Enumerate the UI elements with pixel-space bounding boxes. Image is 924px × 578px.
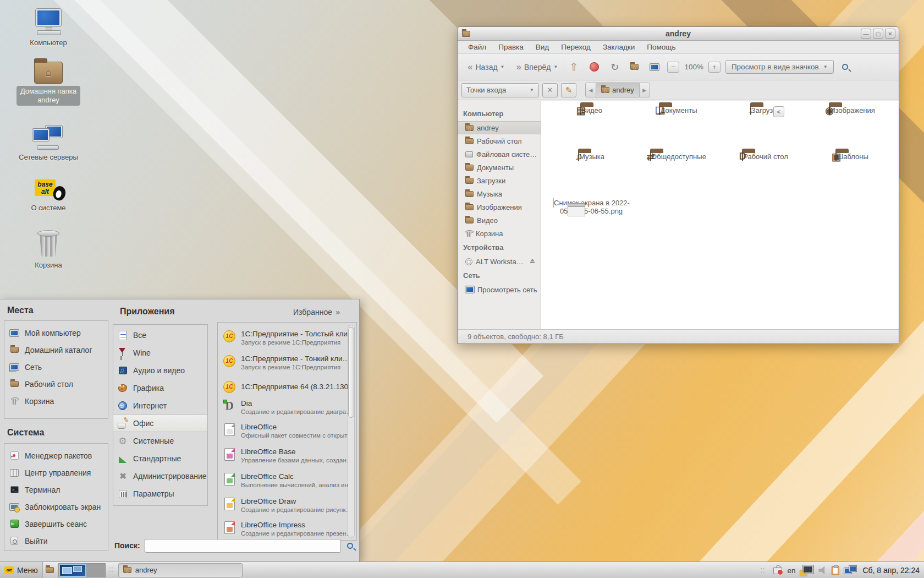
file-folder-pictures[interactable]: ◉Изображения [809,106,895,152]
category-preferences[interactable]: Параметры [113,485,207,503]
forward-dropdown-icon[interactable]: ▼ [553,65,558,69]
menu-item-my-computer[interactable]: Мой компьютер [4,324,108,341]
menu-view[interactable]: Вид [531,42,554,52]
category-graphics[interactable]: Графика [113,379,207,397]
taskbar-menu-button[interactable]: alt Меню [0,562,43,578]
category-administration[interactable]: ✚Администрирование [113,467,207,485]
menu-go[interactable]: Переход [556,42,596,52]
desktop-icon-about-system[interactable]: base alt О системе [16,178,80,214]
sidebar-item-browse-network[interactable]: Просмотреть сеть [458,283,541,296]
minimize-button[interactable]: — [861,29,871,39]
menu-item-exit[interactable]: Выйти [4,532,108,549]
category-wine[interactable]: Wine [113,344,207,362]
computer-button[interactable] [647,61,662,73]
display-settings-icon[interactable] [800,565,813,576]
workspace-1-active[interactable] [59,564,86,577]
share-badge-icon[interactable]: < [773,106,784,117]
app-libreoffice-base[interactable]: LibreOffice BaseУправление базами данных… [218,445,356,464]
app-libreoffice-draw[interactable]: LibreOffice DrawСоздание и редактировани… [218,494,356,514]
category-system-tools[interactable]: ⚙Системные [113,432,207,450]
menu-item-logout-session[interactable]: »Завершить сеанс [4,515,108,532]
menu-item-package-manager[interactable]: Менеджер пакетов [4,447,108,464]
app-libreoffice-calc[interactable]: LibreOffice CalcВыполнение вычислений, а… [218,470,356,489]
app-1c-thick-client[interactable]: 1С1С:Предприятие - Толстый кли…Запуск в … [218,327,356,346]
menu-help[interactable]: Помощь [642,42,680,52]
window-titlebar[interactable]: andrey — ▢ ✕ [458,27,899,41]
sidebar-item-pictures[interactable]: Изображения [458,200,541,214]
zoom-in-button[interactable]: + [708,62,721,73]
menu-item-trash[interactable]: Корзина [4,392,108,410]
forward-button[interactable]: »Вперёд▼ [513,59,562,74]
search-input[interactable] [145,539,341,553]
desktop-icon-trash[interactable]: Корзина [16,230,80,271]
desktop-icon-home-folder[interactable]: ⌂ Домашняя папка andrey [16,62,80,106]
menu-item-terminal[interactable]: >_Терминал [4,481,108,498]
app-1c-thin-client[interactable]: 1С1С:Предприятие - Тонкий кли…Запуск в р… [218,352,356,371]
clock[interactable]: Сб, 8 апр, 22:24 [862,566,920,575]
places-combo[interactable]: Точки входа▼ [461,83,539,97]
search-button[interactable] [839,61,851,73]
favorites-button[interactable]: Избранное» [293,307,340,317]
show-desktop-button[interactable] [43,562,57,578]
eject-icon[interactable] [529,259,536,264]
scrollbar-thumb[interactable] [348,327,354,418]
sidebar-item-music[interactable]: Музыка [458,187,541,200]
sidebar-item-desktop[interactable]: Рабочий стол [458,134,541,148]
app-dia[interactable]: DDiaСоздание и редактирование диагра… [218,396,356,416]
file-screenshot-png[interactable]: Снимок экрана в 2022-05-28 15-06-55.png [548,199,635,254]
sidebar-item-trash[interactable]: Корзина [458,227,541,240]
menu-edit[interactable]: Правка [493,42,529,52]
workspace-2[interactable] [86,564,105,577]
workspace-switcher[interactable] [58,563,106,577]
file-folder-music[interactable]: ♫Музыка [548,152,635,199]
file-folder-public[interactable]: ⇄Общедоступные [635,152,722,199]
menu-item-network[interactable]: Сеть [4,358,108,375]
menu-item-home-directory[interactable]: Домашний каталог [4,341,108,358]
file-icon-view[interactable]: ▤Видео ❏Документы <↓Загрузки ◉Изображени… [541,101,899,329]
close-sidebar-button[interactable]: ✕ [542,83,558,97]
apps-scrollbar[interactable] [348,325,355,538]
path-forward-icon[interactable]: ▶ [639,83,650,97]
file-folder-desktop[interactable]: DРабочий стол [722,152,809,199]
back-button[interactable]: «Назад▼ [464,59,508,74]
close-button[interactable]: ✕ [885,29,895,39]
back-dropdown-icon[interactable]: ▼ [501,65,505,69]
path-back-icon[interactable]: ◀ [585,83,596,97]
category-audio-video[interactable]: ♫Аудио и видео [113,362,207,379]
sidebar-item-downloads[interactable]: Загрузки [458,174,541,187]
search-go-button[interactable] [343,539,357,553]
sidebar-item-alt-workstation[interactable]: ALT Worksta… [458,255,541,268]
path-segment-andrey[interactable]: andrey [596,83,639,97]
app-libreoffice-impress[interactable]: LibreOffice ImpressСоздание и редактиров… [218,518,356,537]
edit-location-button[interactable]: ✎ [561,83,576,97]
desktop-icon-computer[interactable]: Компьютер [16,9,80,48]
zoom-out-button[interactable]: − [667,62,679,73]
file-folder-video[interactable]: ▤Видео [548,106,635,152]
sidebar-item-documents[interactable]: Документы [458,161,541,174]
app-1c-64[interactable]: 1С1С:Предприятие 64 (8.3.21.130… [218,378,356,394]
sidebar-item-andrey[interactable]: andrey [458,121,541,134]
keyboard-layout-indicator[interactable]: en [787,566,795,575]
home-button[interactable] [627,61,642,73]
sidebar-item-filesystem[interactable]: Файловая систе… [458,148,541,161]
taskbar-window-andrey[interactable]: andrey [118,563,243,577]
app-libreoffice[interactable]: LibreOfficeОфисный пакет совместим с отк… [218,420,356,439]
maximize-button[interactable]: ▢ [873,29,883,39]
menu-item-control-center[interactable]: Центр управления [4,464,108,481]
menu-item-desktop[interactable]: Рабочий стол [4,375,108,392]
file-folder-templates[interactable]: ▣Шаблоны [809,152,895,199]
file-folder-downloads[interactable]: <↓Загрузки [722,106,809,152]
menu-item-lock-screen[interactable]: Заблокировать экран [4,498,108,515]
reload-button[interactable]: ↻ [607,59,622,75]
menu-bookmarks[interactable]: Закладки [598,42,640,52]
up-button[interactable]: ⇧ [566,59,581,75]
network-status-icon[interactable] [844,566,856,575]
category-internet[interactable]: ⊕Интернет [113,397,207,415]
desktop-icon-network-servers[interactable]: Сетевые серверы [16,124,80,163]
updates-notifier-icon[interactable] [773,567,782,574]
sidebar-item-videos[interactable]: Видео [458,214,541,227]
category-accessories[interactable]: Стандартные [113,450,207,467]
menu-file[interactable]: Файл [463,42,491,52]
category-office[interactable]: Офис [113,415,207,432]
volume-icon[interactable] [818,566,827,575]
